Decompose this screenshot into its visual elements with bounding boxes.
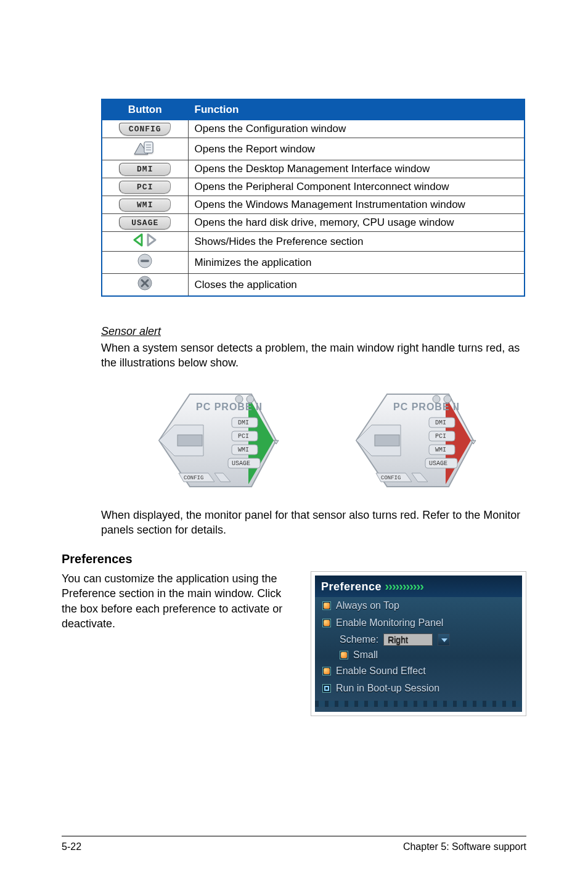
th-button: Button	[102, 99, 188, 120]
scheme-select[interactable]: Right	[383, 633, 433, 646]
pci-chip-icon: PCI	[119, 181, 171, 194]
pref-label: Enable Monitoring Panel	[336, 617, 443, 629]
fn-cell: Shows/Hides the Preference section	[188, 232, 525, 252]
preference-panel: Preference ››››››››››› Always on Top Ena…	[311, 571, 526, 716]
svg-text:USAGE: USAGE	[429, 460, 447, 467]
table-row: Minimizes the application	[102, 252, 525, 274]
dropdown-icon[interactable]	[438, 633, 450, 646]
svg-text:WMI: WMI	[238, 447, 249, 453]
svg-text:DMI: DMI	[435, 419, 446, 426]
fn-cell: Opens the Windows Management Instrumenta…	[188, 196, 525, 214]
th-function: Function	[188, 99, 525, 120]
table-row: Closes the application	[102, 274, 525, 297]
fn-cell: Opens the Configuration window	[188, 120, 525, 138]
sensor-alert-after: When displayed, the monitor panel for th…	[101, 508, 526, 538]
pref-enable-monitoring[interactable]: Enable Monitoring Panel	[315, 614, 522, 632]
svg-text:USAGE: USAGE	[232, 460, 250, 467]
fn-cell: Minimizes the application	[188, 252, 525, 274]
dmi-chip-icon: DMI	[119, 163, 171, 176]
svg-rect-46	[375, 435, 399, 446]
svg-marker-5	[134, 234, 142, 245]
table-row: CONFIG Opens the Configuration window	[102, 120, 525, 138]
checkbox-icon[interactable]	[322, 667, 331, 675]
svg-text:CONFIG: CONFIG	[381, 475, 401, 481]
sensor-alert-heading: Sensor alert	[101, 325, 526, 338]
fn-cell: Opens the hard disk drive, memory, CPU u…	[188, 214, 525, 232]
pref-always-on-top[interactable]: Always on Top	[315, 597, 522, 614]
pref-label: Always on Top	[336, 600, 399, 611]
fn-cell: Opens the Desktop Management Interface w…	[188, 160, 525, 178]
page-number: 5-22	[62, 841, 81, 852]
svg-rect-8	[141, 260, 149, 262]
table-row: DMI Opens the Desktop Management Interfa…	[102, 160, 525, 178]
button-function-table: Button Function CONFIG Opens the Configu…	[101, 99, 525, 297]
chevron-right-icon: ›››››››››››	[385, 579, 423, 593]
svg-point-35	[433, 395, 440, 403]
report-icon	[133, 146, 157, 158]
config-chip-icon: CONFIG	[119, 123, 171, 136]
svg-point-16	[235, 395, 243, 403]
preferences-text: You can customize the application using …	[62, 571, 298, 631]
preference-title: Preference	[321, 580, 382, 593]
sensor-alert-text: When a system sensor detects a problem, …	[101, 340, 526, 371]
svg-text:DMI: DMI	[238, 419, 249, 426]
scheme-label: Scheme:	[340, 634, 378, 645]
usage-chip-icon: USAGE	[119, 217, 171, 229]
wmi-chip-icon: WMI	[119, 199, 171, 212]
table-row: USAGE Opens the hard disk drive, memory,…	[102, 214, 525, 232]
checkbox-icon[interactable]	[322, 684, 331, 693]
checkbox-icon[interactable]	[322, 619, 331, 627]
svg-text:PC PROBE II: PC PROBE II	[393, 402, 460, 412]
svg-marker-6	[148, 234, 155, 245]
chapter-title: Chapter 5: Software support	[403, 841, 526, 852]
table-row: WMI Opens the Windows Management Instrum…	[102, 196, 525, 214]
svg-point-36	[444, 395, 451, 403]
svg-text:PCI: PCI	[435, 433, 446, 440]
fn-cell: Opens the Report window	[188, 138, 525, 160]
fn-cell: Opens the Peripheral Component Interconn…	[188, 178, 525, 196]
pref-enable-sound[interactable]: Enable Sound Effect	[315, 662, 522, 680]
fn-cell: Closes the application	[188, 274, 525, 297]
pc-probe-widget-alert: PC PROBE II DMI PCI WMI USAGE CONFIG	[319, 382, 480, 499]
pref-label: Small	[353, 650, 378, 661]
pref-label: Enable Sound Effect	[336, 666, 426, 677]
svg-text:PC PROBE II: PC PROBE II	[196, 402, 263, 412]
table-row: PCI Opens the Peripheral Component Inter…	[102, 178, 525, 196]
panel-footer-decor	[315, 701, 522, 707]
close-icon	[137, 282, 153, 294]
pref-run-boot[interactable]: Run in Boot-up Session	[315, 680, 522, 697]
checkbox-icon[interactable]	[322, 601, 331, 610]
pref-scheme-row: Scheme: Right	[332, 632, 522, 648]
preferences-heading: Preferences	[62, 552, 526, 566]
pref-arrows-icon	[133, 233, 157, 247]
pc-probe-widget-normal: PC PROBE II DMI PCI WMI USAGE CONFIG	[122, 382, 282, 499]
table-row: Opens the Report window	[102, 138, 525, 160]
checkbox-icon[interactable]	[340, 651, 348, 659]
table-row: Shows/Hides the Preference section	[102, 232, 525, 252]
pref-label: Run in Boot-up Session	[336, 683, 439, 694]
svg-text:PCI: PCI	[238, 433, 249, 440]
svg-point-17	[247, 395, 254, 403]
minimize-icon	[137, 260, 153, 271]
svg-rect-27	[178, 435, 202, 446]
preference-title-bar: Preference ›››››››››››	[315, 576, 522, 597]
svg-text:CONFIG: CONFIG	[184, 475, 203, 481]
svg-text:WMI: WMI	[435, 447, 446, 453]
pref-small[interactable]: Small	[332, 648, 522, 662]
